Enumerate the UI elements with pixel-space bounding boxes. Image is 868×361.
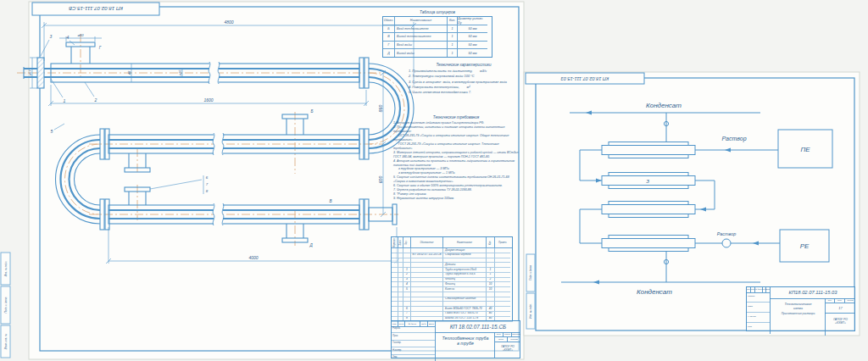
- margin-label: Подп. и дата: [529, 265, 532, 280]
- nozzle-table-rows: Б Вход теплоносителя 1 50 мм В Выход теп…: [383, 25, 492, 57]
- col-header: Кол.: [448, 17, 458, 25]
- scale-label: Масштаб: [512, 332, 520, 336]
- table-row: В Выход теплоносителя 1 50 мм: [383, 33, 492, 41]
- col-header: Примеч.: [495, 237, 510, 247]
- sheet-number: 17: [826, 303, 855, 313]
- tech-requirement-item: 3. Материал деталей аппарата, соприкасаю…: [393, 151, 519, 159]
- mass-label: Масса: [504, 332, 512, 336]
- lit-sheet-grid: Лит. Лист Листов 17: [825, 298, 855, 314]
- label-element-3: З: [646, 179, 649, 184]
- cell-mark: Д: [383, 49, 395, 57]
- document-designation: КП 18.02.07.111-15.СБ: [435, 321, 520, 333]
- tech-characteristics-title: Технические характеристики: [409, 63, 519, 67]
- col-header: Обозн.: [383, 17, 395, 25]
- cell-dy: 50 мм: [458, 25, 487, 33]
- cell-name: Выход воды: [395, 49, 448, 57]
- table-row: Д Выход воды 1 50 мм: [383, 49, 492, 57]
- label-re-box: РЕ: [800, 242, 810, 250]
- callout-2: 2: [94, 97, 97, 103]
- tech-requirement-item: 2. При изготовлении, испытании и поставк…: [393, 125, 519, 134]
- org-line2: «КХМТ»: [826, 321, 855, 325]
- role-utv: Утв.: [392, 355, 435, 358]
- callout-1: 1: [64, 98, 66, 103]
- role-prov: Пров.: [392, 333, 435, 340]
- nozzle-label-b: Б: [311, 109, 314, 114]
- sheet-label: Лист: [835, 298, 845, 303]
- table-row: Г Вход воды 1 50 мм: [383, 42, 492, 49]
- col-header: Поз.: [403, 237, 411, 247]
- right-corner-stamp-text: КП 18.02.07.111-15.03: [560, 76, 609, 81]
- document-name: Теплообменник труба в трубе: [435, 332, 495, 361]
- specification-header: Формат Зона Поз. Обозначение Наименовани…: [392, 237, 512, 248]
- tech-characteristics-block: Технические характеристики 1. Производит…: [409, 63, 519, 95]
- margin-label: Взам. инв. №: [4, 333, 8, 349]
- lit-label: Лит.: [826, 298, 835, 303]
- col-header: Обозначение: [411, 237, 443, 247]
- cell-mark: Б: [383, 25, 395, 33]
- table-row: Б Вход теплоносителя 1 50 мм: [383, 25, 492, 33]
- organization: ГАПОУ РО «КХМТ»: [495, 342, 520, 352]
- role-prov: Пров.: [747, 303, 770, 313]
- role-razrab: Разраб.: [392, 326, 435, 333]
- role-razrab: Разраб.: [747, 292, 770, 303]
- role-utv: Утв.: [747, 323, 770, 330]
- tech-requirement-item: ОСТ 26.291-79 «Сосуды и аппараты стальны…: [393, 134, 519, 142]
- cell-dy: 50 мм: [458, 33, 487, 41]
- left-corner-stamp-text: КП 18.02.07.111-15.СБ: [69, 6, 123, 12]
- sheet-label: Лист: [495, 337, 508, 342]
- tech-characteristic-item: 3. Среда в аппарате: вода, в межтрубном …: [409, 80, 519, 85]
- specification-table: Формат Зона Поз. Обозначение Наименовани…: [391, 236, 513, 322]
- dim-section: 1600: [203, 97, 213, 103]
- margin-label: Инв. № подл.: [4, 261, 8, 277]
- cell-name: Вход воды: [395, 42, 448, 49]
- document-name: Технологическая схема Приготовления раст…: [770, 298, 826, 334]
- dim-bottom: 4000: [248, 255, 258, 260]
- nozzle-table-title: Таблица штуцеров: [382, 10, 492, 14]
- callout-3: 3: [50, 34, 53, 39]
- org-line2: «КХМТ»: [495, 348, 520, 352]
- col-header: Диаметр условн. Dy: [458, 17, 487, 25]
- nozzle-table-block: Таблица штуцеров Обозн. Наименование Кол…: [382, 10, 492, 58]
- tech-characteristics-list: 1. Производительность по дистилляту, м3/…: [409, 69, 519, 95]
- dim-height1: 860: [378, 105, 383, 113]
- cell-qty: 1: [448, 42, 458, 49]
- label-pe-box: ПЕ: [800, 146, 810, 153]
- tech-requirements-list: 1. Аппарат надлежит действию правил Госг…: [393, 121, 519, 201]
- document-name-line3: Приготовления раствора: [771, 312, 826, 315]
- tech-requirement-item: 9. Неуказанные вылеты штуцеров 100мм.: [393, 197, 519, 201]
- left-margin-labels: Инв. № подл. Подп. и дата Взам. инв. №: [4, 261, 8, 350]
- label-condensate-top: Конденсат: [646, 102, 682, 109]
- tech-requirement-item: ГОСТ 26-291-79 «Сосуды и аппараты стальн…: [393, 142, 519, 151]
- specification-rows: Документация КП 18.02.07.111-15.СБ Сборо…: [392, 248, 512, 321]
- role-tkontr: Т.контр.: [392, 341, 435, 347]
- nozzle-label-v: В: [329, 199, 331, 203]
- dim-mid: 48: [127, 70, 131, 75]
- margin-label: Инв. № подл.: [529, 303, 532, 319]
- signature-rows: Разраб. Пров. Н.контр. Утв.: [747, 292, 770, 330]
- cell-name: Выход теплоносителя: [395, 33, 448, 41]
- dim-outer-dia: ø57: [28, 69, 32, 76]
- cell-qty: 1: [448, 33, 458, 41]
- label-condensate-bottom: Конденсат: [637, 288, 672, 296]
- document-name-line2: схема: [771, 306, 826, 310]
- col-header: Формат: [392, 237, 398, 247]
- cell-mark: В: [383, 33, 395, 41]
- role-nkontr: Н.контр.: [392, 347, 435, 354]
- cell-dy: 50 мм: [458, 42, 487, 49]
- dim-inner-dia: ø25: [178, 69, 182, 76]
- left-title-block: Изм. Лист № докум. Подп. Дата Разраб. Пр…: [391, 320, 520, 358]
- col-header: Наименование: [443, 237, 487, 247]
- margin-label: Подп. и дата: [4, 297, 8, 313]
- cell-name: Вход теплоносителя: [395, 25, 448, 33]
- nozzle-table: Обозн. Наименование Кол. Диаметр условн.…: [382, 16, 492, 58]
- document-designation: КП18.02.07.111-15.03: [770, 287, 855, 299]
- signature-rows: Разраб. Пров. Т.контр. Н.контр. Утв.: [392, 326, 435, 358]
- label-solution-bottom: Раствор: [717, 231, 736, 236]
- tech-requirements-block: Технические требования 1. Аппарат надлеж…: [393, 115, 519, 201]
- nozzle-table-header: Обозн. Наименование Кол. Диаметр условн.…: [383, 17, 492, 25]
- sheets-label: Листов: [845, 298, 855, 303]
- label-solution-top: Раствор: [721, 136, 746, 142]
- callout-4: 4: [67, 35, 70, 40]
- right-title-block: Изм. Лист № докум. Подп. Дата Разраб. Пр…: [746, 286, 855, 331]
- dim-height2: 600: [378, 176, 383, 184]
